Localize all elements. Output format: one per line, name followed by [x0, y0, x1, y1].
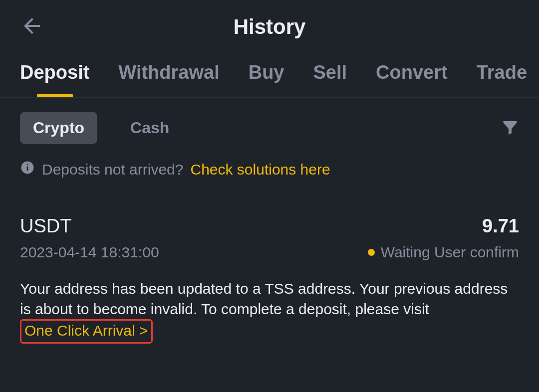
arrow-left-icon — [20, 14, 44, 40]
tab-sell[interactable]: Sell — [313, 51, 347, 97]
subtabs-row: Crypto Cash — [0, 98, 539, 144]
subtab-crypto[interactable]: Crypto — [20, 112, 97, 144]
transaction-asset: USDT — [20, 215, 71, 237]
notice-text: Deposits not arrived? — [42, 161, 183, 178]
transaction-item[interactable]: USDT 9.71 2023-04-14 18:31:00 Waiting Us… — [0, 179, 539, 261]
transaction-message: Your address has been updated to a TSS a… — [0, 261, 539, 344]
subtab-cash[interactable]: Cash — [117, 112, 182, 144]
tab-buy[interactable]: Buy — [249, 51, 284, 97]
one-click-arrival-link[interactable]: One Click Arrival > — [20, 319, 153, 344]
transaction-datetime: 2023-04-14 18:31:00 — [20, 244, 159, 261]
transaction-message-text: Your address has been updated to a TSS a… — [20, 280, 508, 317]
tab-deposit[interactable]: Deposit — [20, 51, 89, 97]
transaction-status-text: Waiting User confirm — [381, 244, 519, 261]
svg-rect-1 — [27, 167, 28, 171]
info-icon — [20, 160, 35, 179]
svg-rect-2 — [27, 164, 28, 166]
tab-withdrawal[interactable]: Withdrawal — [118, 51, 219, 97]
notice-banner: Deposits not arrived? Check solutions he… — [0, 144, 539, 179]
tab-trade[interactable]: Trade — [477, 51, 527, 97]
back-button[interactable] — [20, 14, 44, 40]
transaction-amount: 9.71 — [482, 215, 519, 237]
notice-link[interactable]: Check solutions here — [190, 161, 330, 178]
filter-button[interactable] — [501, 118, 519, 138]
filter-icon — [501, 129, 519, 138]
page-title: History — [20, 15, 519, 39]
tab-convert[interactable]: Convert — [376, 51, 448, 97]
transaction-status: Waiting User confirm — [368, 244, 519, 261]
primary-tabs: Deposit Withdrawal Buy Sell Convert Trad… — [0, 51, 539, 98]
status-dot-icon — [368, 249, 375, 256]
